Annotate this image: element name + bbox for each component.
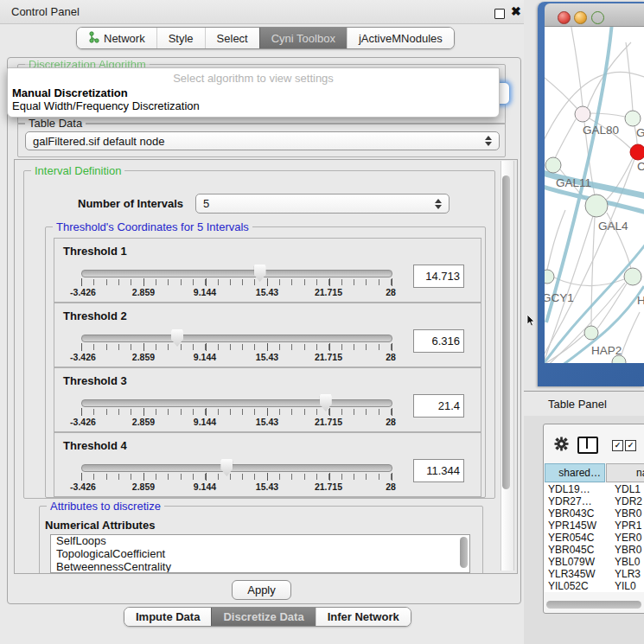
interval-definition-group: Interval Definition Number of Intervals … — [23, 170, 495, 499]
table-row[interactable]: YER054CYER0 — [545, 532, 644, 544]
apply-button[interactable]: Apply — [232, 580, 291, 600]
node-label-gal4: GAL4 — [598, 220, 628, 233]
table-row[interactable]: YBR043CYBR0 — [545, 507, 644, 520]
node-hap2[interactable] — [584, 326, 598, 340]
node-table-window: ✓ ✓ shared… na YDL19…YDL1 YDR27…YDR2 YBR… — [543, 424, 644, 614]
thresholds-group-title: Threshold's Coordinates for 5 Intervals — [53, 220, 252, 233]
close-icon[interactable]: ✖ — [511, 4, 521, 18]
node-gal4[interactable] — [585, 194, 608, 217]
node-gal11[interactable] — [545, 157, 561, 173]
panel-title: Control Panel — [11, 5, 80, 18]
tab-style[interactable]: Style — [156, 28, 205, 48]
checkbox-icon[interactable]: ✓ — [612, 440, 623, 451]
table-data-combo-value: galFiltered.sif default node — [33, 135, 164, 148]
node-red-selected[interactable] — [630, 144, 644, 160]
control-panel-titlebar: Control Panel — [0, 0, 536, 24]
slider-track[interactable] — [81, 335, 392, 342]
tab-discretize-data[interactable]: Discretize Data — [211, 608, 315, 626]
node-gcy1[interactable] — [545, 270, 554, 284]
control-panel-tabs: Network Style Select Cyni Toolbox jActiv… — [76, 27, 455, 49]
num-intervals-spinner[interactable]: 5 — [195, 194, 450, 214]
attributes-group: Attributes to discretize Numerical Attri… — [39, 506, 483, 574]
slider-track[interactable] — [81, 399, 392, 407]
tab-select[interactable]: Select — [205, 28, 259, 48]
list-item[interactable]: BetweennessCentrality — [51, 561, 469, 573]
node-label-partial-c: C — [637, 160, 644, 173]
node-top-right[interactable] — [625, 111, 641, 126]
table-panel-header: Table Panel — [524, 391, 644, 418]
table-row[interactable]: YBL079WYBL0 — [545, 556, 644, 568]
threshold-panel-2: Threshold 2 -3.426 2.859 9.144 15.43 21.… — [54, 303, 481, 367]
table-row[interactable]: YBR045CYBR0 — [545, 544, 644, 556]
combo-arrows-icon — [485, 136, 492, 146]
float-window-icon[interactable] — [494, 9, 505, 19]
threshold-2-label: Threshold 2 — [63, 309, 127, 322]
numerical-attributes-list[interactable]: SelfLoops TopologicalCoefficient Between… — [50, 534, 470, 573]
table-hscrollbar-thumb[interactable] — [546, 601, 641, 609]
table-data-group: Table Data galFiltered.sif default node — [17, 123, 506, 157]
column-header-name[interactable]: na — [606, 463, 644, 482]
thresholds-group: Threshold's Coordinates for 5 Intervals … — [45, 226, 486, 498]
attributes-group-title: Attributes to discretize — [47, 500, 164, 513]
spinner-arrows-icon — [435, 199, 442, 209]
threshold-2-value[interactable]: 6.316 — [413, 329, 464, 353]
node-label-gcy1: GCY1 — [545, 291, 574, 304]
table-row[interactable]: YLR345WYLR3 — [545, 568, 644, 580]
slider-track[interactable] — [81, 464, 392, 472]
threshold-3-value[interactable]: 21.4 — [413, 394, 464, 418]
dropdown-prompt: Select algorithm to view settings — [8, 72, 499, 85]
list-item[interactable]: TopologicalCoefficient — [51, 548, 469, 561]
table-data-combo[interactable]: galFiltered.sif default node — [25, 131, 500, 150]
checkbox-icon[interactable]: ✓ — [625, 440, 636, 451]
tab-cyni-toolbox[interactable]: Cyni Toolbox — [259, 28, 347, 48]
node-label-gal80: GAL80 — [583, 124, 619, 137]
threshold-panel-3: Threshold 3 -3.426 2.859 9.144 15.43 21.… — [54, 367, 481, 432]
node-h[interactable] — [624, 268, 641, 285]
tab-impute-data[interactable]: Impute Data — [124, 608, 211, 626]
node-label-hap2: HAP2 — [591, 344, 622, 357]
panel-scrollbar-thumb[interactable] — [502, 175, 510, 489]
tab-network-label: Network — [104, 32, 145, 45]
table-row[interactable]: YIL052CYIL0 — [545, 580, 644, 592]
algorithm-dropdown-popup: Select algorithm to view settings Manual… — [7, 67, 500, 118]
slider-ticks — [81, 344, 392, 350]
network-graph: GAL80 GA C GAL11 GAL4 GCY1 H HAP2 — [545, 27, 644, 363]
network-canvas[interactable]: GAL80 GA C GAL11 GAL4 GCY1 H HAP2 — [545, 27, 644, 363]
dropdown-option-equal-width[interactable]: Equal Width/Frequency Discretization — [12, 99, 200, 112]
threshold-4-label: Threshold 4 — [63, 439, 127, 452]
list-scrollbar[interactable] — [460, 537, 468, 568]
node-gal80[interactable] — [575, 106, 590, 122]
interval-definition-title: Interval Definition — [31, 164, 124, 177]
threshold-panel-1: Threshold 1 -3.426 2.859 9.144 15.43 21.… — [54, 238, 481, 303]
slider-ticks — [81, 474, 392, 480]
mouse-cursor — [526, 315, 537, 327]
tab-network[interactable]: Network — [77, 28, 156, 48]
table-row[interactable]: YDL19…YDL1 — [545, 483, 644, 495]
gear-icon[interactable] — [554, 437, 569, 455]
threshold-1-label: Threshold 1 — [63, 245, 127, 258]
column-header-shared-name[interactable]: shared… — [545, 463, 605, 482]
list-item[interactable]: SelfLoops — [51, 535, 469, 548]
num-intervals-label: Number of Intervals — [78, 197, 183, 210]
table-row[interactable]: YPR145WYPR1 — [545, 520, 644, 532]
threshold-panel-4: Threshold 4 -3.426 2.859 9.144 15.43 21.… — [54, 432, 481, 497]
close-traffic-light-icon[interactable] — [558, 11, 571, 24]
threshold-3-label: Threshold 3 — [63, 374, 127, 387]
columns-icon[interactable] — [577, 437, 598, 454]
tab-jactivemnodules[interactable]: jActiveMNodules — [347, 28, 454, 48]
table-row[interactable]: YDR27…YDR2 — [545, 495, 644, 507]
node-label-gal11: GAL11 — [556, 176, 591, 189]
zoom-traffic-light-icon[interactable] — [591, 11, 604, 24]
minimize-traffic-light-icon[interactable] — [574, 11, 587, 24]
num-intervals-value: 5 — [203, 197, 209, 210]
threshold-4-value[interactable]: 11.344 — [413, 459, 464, 482]
threshold-1-value[interactable]: 14.713 — [413, 265, 464, 288]
dropdown-option-manual[interactable]: Manual Discretization — [12, 86, 128, 99]
node-label-partial-ga: GA — [636, 126, 644, 139]
network-window-titlebar[interactable] — [545, 3, 644, 27]
tab-infer-network[interactable]: Infer Network — [316, 608, 411, 626]
slider-ticks — [81, 279, 392, 285]
numerical-attributes-heading: Numerical Attributes — [45, 519, 155, 532]
slider-track[interactable] — [81, 270, 392, 277]
slider-ticks — [81, 409, 392, 415]
